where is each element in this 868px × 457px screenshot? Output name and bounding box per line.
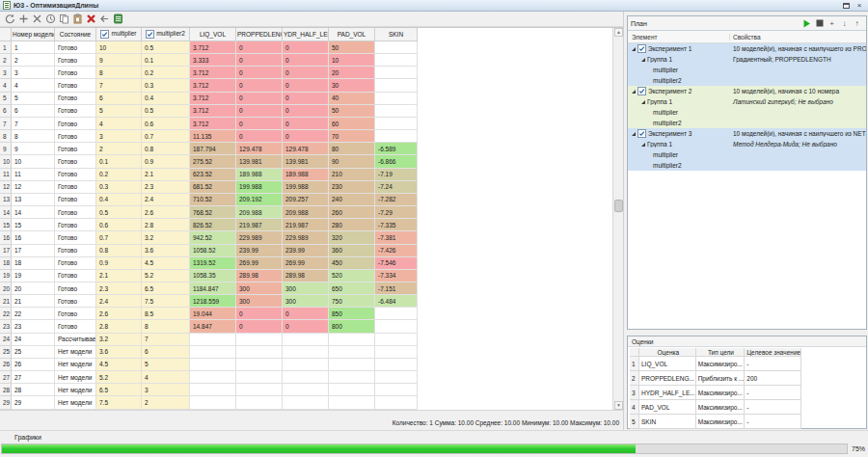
proppedlength-cell[interactable]: 289.98 — [236, 270, 283, 282]
pad-vol-cell[interactable]: 30 — [329, 79, 375, 92]
model-number-cell[interactable]: 26 — [12, 359, 55, 371]
pad-vol-cell[interactable]: 280 — [329, 219, 375, 231]
hydr-half-length-cell[interactable]: 199.988 — [283, 181, 329, 194]
pad-vol-cell[interactable] — [329, 346, 375, 359]
multiplier2-cell[interactable]: 7.5 — [142, 295, 190, 308]
col-header-pad-vol[interactable]: PAD_VOL — [329, 28, 375, 41]
model-number-cell[interactable]: 21 — [12, 295, 55, 308]
skin-cell[interactable]: -6.589 — [375, 143, 418, 155]
state-cell[interactable]: Нет модели — [55, 359, 96, 371]
state-cell[interactable]: Готово — [55, 41, 96, 54]
pad-vol-cell[interactable]: 210 — [329, 169, 375, 181]
liq-vol-cell[interactable] — [190, 359, 236, 371]
eval-target-value-cell[interactable]: 200 — [745, 371, 801, 386]
row-number[interactable]: 12 — [0, 181, 12, 194]
state-cell[interactable]: Готово — [55, 282, 96, 295]
eval-target-value-cell[interactable]: - — [745, 357, 801, 371]
model-number-cell[interactable]: 25 — [12, 346, 55, 359]
proppedlength-cell[interactable]: 209.988 — [236, 206, 283, 219]
parameter-row[interactable]: multiplier — [628, 65, 866, 75]
hydr-half-length-cell[interactable]: 289.98 — [283, 270, 329, 282]
properties-column-header[interactable]: Свойства — [730, 34, 866, 40]
col-header-liq-vol[interactable]: LIQ_VOL — [190, 28, 236, 41]
liq-vol-cell[interactable]: 623.52 — [190, 169, 236, 181]
row-number[interactable]: 3 — [0, 67, 12, 79]
model-number-cell[interactable]: 9 — [12, 143, 55, 155]
row-number[interactable]: 4 — [0, 79, 12, 92]
pad-vol-cell[interactable] — [329, 384, 375, 396]
skin-cell[interactable]: -6.484 — [375, 295, 418, 308]
multiplier2-cell[interactable]: 0.5 — [142, 41, 190, 54]
parameter-row[interactable]: multiplier2 — [628, 118, 866, 128]
multiplier2-cell[interactable]: 6 — [142, 346, 190, 359]
model-number-cell[interactable]: 3 — [12, 67, 55, 79]
proppedlength-cell[interactable] — [236, 346, 283, 359]
liq-vol-cell[interactable]: 942.52 — [190, 231, 236, 244]
proppedlength-cell[interactable]: 0 — [236, 93, 283, 105]
skin-cell[interactable] — [375, 396, 418, 409]
multiplier2-cell[interactable]: 7 — [142, 334, 190, 346]
state-cell[interactable]: Готово — [55, 130, 96, 143]
skin-cell[interactable]: -7.24 — [375, 181, 418, 194]
eval-name-cell[interactable]: PAD_VOL — [639, 400, 696, 415]
experiment-row[interactable]: Эксперимент 310 моделей(и), начиная с на… — [628, 128, 866, 139]
row-number[interactable]: 22 — [0, 308, 12, 320]
model-number-cell[interactable]: 29 — [12, 396, 55, 409]
row-number[interactable]: 2 — [0, 54, 12, 67]
row-number[interactable]: 9 — [0, 143, 12, 155]
back-button[interactable] — [97, 13, 111, 26]
pad-vol-cell[interactable]: 520 — [329, 270, 375, 282]
scroll-up-button[interactable]: ▲ — [614, 28, 623, 37]
multiplier-cell[interactable]: 3.6 — [96, 346, 142, 359]
multiplier-cell[interactable]: 0.8 — [96, 245, 142, 257]
eval-goal-type-cell[interactable]: Максимизиро... — [696, 357, 746, 371]
skin-cell[interactable]: -7.335 — [375, 219, 418, 231]
multiplier2-cell[interactable]: 0.9 — [142, 155, 190, 168]
pad-vol-cell[interactable]: 230 — [329, 181, 375, 194]
group-row[interactable]: Группа 1Градиентный; PROPPEDLENGTH — [628, 54, 866, 65]
hydr-half-length-cell[interactable]: 0 — [283, 79, 329, 92]
state-cell[interactable]: Готово — [55, 194, 96, 206]
hydr-half-length-cell[interactable]: 229.989 — [283, 231, 329, 244]
proppedlength-cell[interactable]: 0 — [236, 130, 283, 143]
history-button[interactable] — [43, 13, 57, 26]
state-cell[interactable]: Рассчитывается — [55, 334, 96, 346]
multiplier-cell[interactable]: 2.3 — [96, 282, 142, 295]
col-header-model-number[interactable]: Номер модели — [12, 28, 55, 41]
model-number-cell[interactable]: 17 — [12, 245, 55, 257]
pad-vol-cell[interactable]: 40 — [329, 93, 375, 105]
expand-arrow-icon[interactable] — [632, 47, 636, 51]
expand-arrow-icon[interactable] — [641, 58, 645, 62]
skin-cell[interactable] — [375, 334, 418, 346]
multiplier-cell[interactable]: 7 — [96, 79, 142, 92]
hydr-half-length-cell[interactable]: 0 — [283, 54, 329, 67]
multiplier2-cell[interactable]: 4 — [142, 371, 190, 384]
pad-vol-cell[interactable]: 260 — [329, 206, 375, 219]
liq-vol-cell[interactable] — [190, 396, 236, 409]
pad-vol-cell[interactable]: 320 — [329, 231, 375, 244]
row-number[interactable]: 15 — [0, 219, 12, 231]
state-cell[interactable]: Готово — [55, 320, 96, 333]
pad-vol-cell[interactable]: 20 — [329, 67, 375, 79]
proppedlength-cell[interactable]: 0 — [236, 118, 283, 130]
proppedlength-cell[interactable] — [236, 396, 283, 409]
run-button[interactable] — [800, 17, 813, 29]
eval-target-value-cell[interactable]: - — [745, 415, 801, 429]
proppedlength-cell[interactable]: 0 — [236, 79, 283, 92]
liq-vol-cell[interactable]: 11.135 — [190, 130, 236, 143]
proppedlength-cell[interactable]: 219.987 — [236, 219, 283, 231]
proppedlength-cell[interactable] — [236, 371, 283, 384]
liq-vol-cell[interactable]: 1218.559 — [190, 295, 236, 308]
proppedlength-cell[interactable]: 209.192 — [236, 194, 283, 206]
liq-vol-cell[interactable]: 3.712 — [190, 118, 236, 130]
proppedlength-cell[interactable]: 300 — [236, 295, 283, 308]
state-cell[interactable]: Нет модели — [55, 396, 96, 409]
multiplier2-cell[interactable]: 4.5 — [142, 257, 190, 270]
model-number-cell[interactable]: 12 — [12, 181, 55, 194]
hydr-half-length-cell[interactable] — [283, 359, 329, 371]
export-excel-button[interactable] — [111, 13, 124, 26]
hydr-half-length-cell[interactable]: 209.257 — [283, 194, 329, 206]
multiplier-cell[interactable]: 0.1 — [96, 155, 142, 168]
vertical-scrollbar[interactable]: ▲ ▼ — [612, 28, 623, 410]
proppedlength-cell[interactable]: 0 — [236, 105, 283, 118]
